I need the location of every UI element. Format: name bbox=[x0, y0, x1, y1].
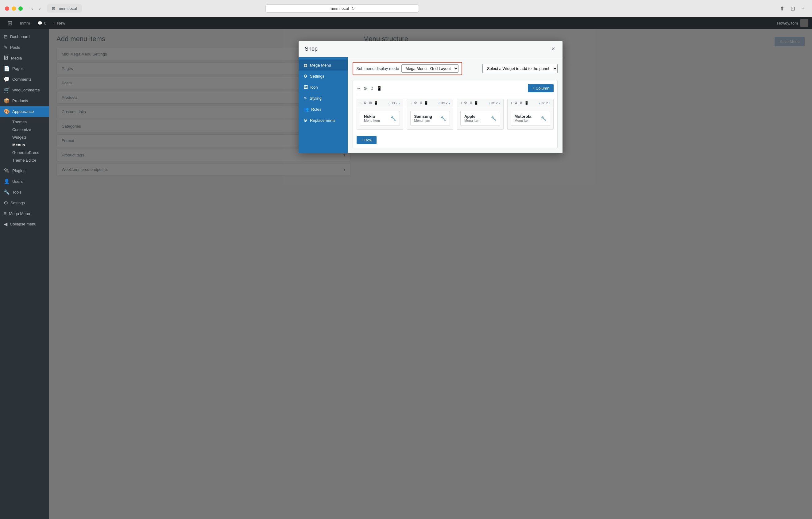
motorola-wrench-icon[interactable]: 🔧 bbox=[541, 116, 546, 121]
sidebar-label-settings: Settings bbox=[10, 201, 25, 205]
sidebar-label-plugins: Plugins bbox=[12, 169, 26, 173]
col-1-mobile[interactable]: 📱 bbox=[374, 101, 378, 105]
add-column-button[interactable]: + Column bbox=[528, 84, 554, 92]
sidebar-item-users[interactable]: 👤 Users bbox=[0, 176, 49, 187]
col-3-prev-arrow[interactable]: ‹ bbox=[489, 101, 490, 105]
col-3-mobile[interactable]: 📱 bbox=[474, 101, 478, 105]
dot-yellow[interactable] bbox=[12, 6, 16, 11]
col-3-gear[interactable]: ⚙ bbox=[464, 101, 467, 105]
modal-nav-styling[interactable]: ✎ Styling bbox=[298, 93, 348, 104]
modal-nav-replacements[interactable]: ⚙ Replacements bbox=[298, 115, 348, 126]
sidebar-item-tools[interactable]: 🔧 Tools bbox=[0, 187, 49, 197]
sidebar-label-collapse: Collapse menu bbox=[10, 222, 36, 226]
wp-logo[interactable]: ⊞ bbox=[4, 19, 16, 27]
resize-button[interactable]: ⊡ bbox=[788, 4, 798, 13]
reload-icon[interactable]: ↻ bbox=[351, 6, 355, 11]
sidebar-item-pages[interactable]: 📄 Pages bbox=[0, 63, 49, 74]
motorola-type: Menu Item bbox=[515, 119, 531, 122]
col-1-add[interactable]: + bbox=[360, 101, 362, 105]
mobile-icon[interactable]: 📱 bbox=[377, 86, 382, 91]
sidebar-sub-generatepress[interactable]: GeneratePress bbox=[10, 149, 49, 156]
sidebar-label-woocommerce: WooCommerce bbox=[12, 88, 40, 92]
move-icon[interactable]: ↔ bbox=[356, 86, 361, 91]
sidebar-item-plugins[interactable]: 🔌 Plugins bbox=[0, 165, 49, 176]
sidebar-item-collapse[interactable]: ◀ Collapse menu bbox=[0, 219, 49, 230]
site-name[interactable]: mmm bbox=[16, 21, 34, 26]
nokia-name: Nokia bbox=[364, 114, 380, 119]
back-button[interactable]: ‹ bbox=[29, 5, 35, 12]
col-4-mobile[interactable]: 📱 bbox=[524, 101, 529, 105]
col-4-desktop[interactable]: 🖥 bbox=[519, 101, 523, 105]
sidebar-sub-theme-editor[interactable]: Theme Editor bbox=[10, 156, 49, 164]
col-2-add[interactable]: + bbox=[410, 101, 412, 105]
col-4-next-arrow[interactable]: › bbox=[549, 101, 550, 105]
collapse-icon: ◀ bbox=[4, 221, 7, 227]
dot-green[interactable] bbox=[19, 6, 23, 11]
forward-button[interactable]: › bbox=[36, 5, 43, 12]
sidebar-sub-menus[interactable]: Menus bbox=[10, 141, 49, 149]
appearance-icon: 🎨 bbox=[4, 109, 10, 114]
col-2-mobile[interactable]: 📱 bbox=[424, 101, 428, 105]
col-4-add[interactable]: + bbox=[511, 101, 513, 105]
col-4-size: ‹ 3/12 › bbox=[539, 101, 550, 105]
col-1-gear[interactable]: ⚙ bbox=[364, 101, 367, 105]
sidebar-item-media[interactable]: 🖼 Media bbox=[0, 53, 49, 63]
comments-icon[interactable]: 💬 0 bbox=[34, 21, 50, 26]
sidebar-label-products: Products bbox=[12, 98, 28, 103]
apple-wrench-icon[interactable]: 🔧 bbox=[491, 116, 496, 121]
sidebar-item-woocommerce[interactable]: 🛒 WooCommerce bbox=[0, 85, 49, 95]
col-2-next-arrow[interactable]: › bbox=[448, 101, 450, 105]
sidebar-item-comments[interactable]: 💬 Comments bbox=[0, 74, 49, 85]
samsung-wrench-icon[interactable]: 🔧 bbox=[441, 116, 446, 121]
address-bar[interactable]: mmm.local ↻ bbox=[265, 4, 419, 12]
styling-nav-icon: ✎ bbox=[303, 96, 307, 101]
col-3-add[interactable]: + bbox=[460, 101, 462, 105]
add-row-button[interactable]: + Row bbox=[356, 136, 377, 144]
new-menu-item[interactable]: + New bbox=[50, 21, 69, 26]
col-4-gear[interactable]: ⚙ bbox=[514, 101, 517, 105]
col-4-prev-arrow[interactable]: ‹ bbox=[539, 101, 540, 105]
gear-icon[interactable]: ⚙ bbox=[364, 86, 367, 91]
sidebar-item-settings[interactable]: ⚙ Settings bbox=[0, 197, 49, 208]
col-2-prev-arrow[interactable]: ‹ bbox=[438, 101, 440, 105]
modal-nav-roles[interactable]: 👥 Roles bbox=[298, 104, 348, 115]
col-2-gear[interactable]: ⚙ bbox=[414, 101, 417, 105]
col-1-size: ‹ 3/12 › bbox=[388, 101, 400, 105]
dot-red[interactable] bbox=[5, 6, 9, 11]
motorola-info: Motorola Menu Item bbox=[515, 114, 531, 122]
share-button[interactable]: ⬆ bbox=[777, 4, 787, 13]
desktop-icon[interactable]: 🖥 bbox=[370, 86, 374, 91]
comments-nav-icon: 💬 bbox=[4, 77, 10, 82]
sidebar-item-posts[interactable]: ✎ Posts bbox=[0, 42, 49, 53]
col-3-next-arrow[interactable]: › bbox=[499, 101, 500, 105]
modal-close-button[interactable]: × bbox=[550, 45, 556, 53]
sidebar-item-products[interactable]: 📦 Products bbox=[0, 95, 49, 106]
browser-tab[interactable]: ⊟ mmm.local bbox=[47, 4, 82, 12]
nokia-info: Nokia Menu Item bbox=[364, 114, 380, 122]
submenu-mode-select[interactable]: Mega Menu - Grid Layout Flyout Menu Stan… bbox=[401, 64, 459, 73]
nokia-wrench-icon[interactable]: 🔧 bbox=[390, 116, 396, 121]
plus-button[interactable]: + bbox=[799, 4, 807, 13]
widget-select[interactable]: Select a Widget to add to the panel bbox=[483, 64, 558, 73]
col-1-next-arrow[interactable]: › bbox=[399, 101, 400, 105]
settings-icon: ⚙ bbox=[4, 200, 8, 206]
col-3-size: ‹ 3/12 › bbox=[489, 101, 500, 105]
col-1-prev-arrow[interactable]: ‹ bbox=[388, 101, 390, 105]
col-3-desktop[interactable]: 🖥 bbox=[469, 101, 472, 105]
modal-nav-mega-menu[interactable]: ▦ Mega Menu bbox=[298, 60, 348, 70]
sidebar-sub-customize[interactable]: Customize bbox=[10, 126, 49, 133]
sidebar-item-appearance[interactable]: 🎨 Appearance bbox=[0, 106, 49, 117]
tools-icon: 🔧 bbox=[4, 189, 10, 195]
sidebar-item-dashboard[interactable]: ⊟ Dashboard bbox=[0, 31, 49, 42]
sidebar-label-dashboard: Dashboard bbox=[10, 34, 30, 39]
sidebar-sub-widgets[interactable]: Widgets bbox=[10, 133, 49, 141]
modal-nav-settings[interactable]: ⚙ Settings bbox=[298, 70, 348, 82]
sidebar-label-tools: Tools bbox=[12, 190, 22, 194]
modal-nav-icon-item[interactable]: 🖼 Icon bbox=[298, 82, 348, 93]
submenu-mode-group: Sub menu display mode Mega Menu - Grid L… bbox=[353, 62, 462, 75]
sidebar-sub-themes[interactable]: Themes bbox=[10, 118, 49, 126]
modal-overlay[interactable]: Shop × ▦ Mega Menu ⚙ bbox=[49, 29, 812, 519]
col-2-desktop[interactable]: 🖥 bbox=[419, 101, 422, 105]
sidebar-item-mega-menu[interactable]: ≡ Mega Menu bbox=[0, 208, 49, 219]
col-1-desktop[interactable]: 🖥 bbox=[369, 101, 372, 105]
